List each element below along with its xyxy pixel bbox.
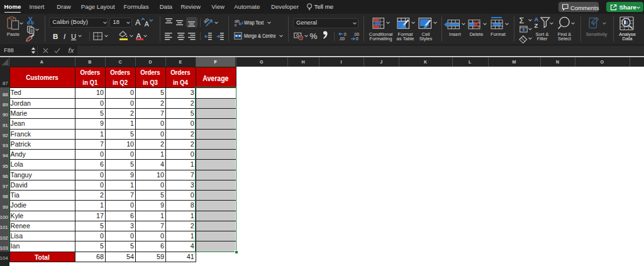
svg-text:0: 0 bbox=[356, 36, 358, 41]
svg-text:.00: .00 bbox=[339, 36, 345, 41]
svg-text:0: 0 bbox=[344, 32, 347, 36]
svg-text:.00: .00 bbox=[353, 32, 359, 36]
